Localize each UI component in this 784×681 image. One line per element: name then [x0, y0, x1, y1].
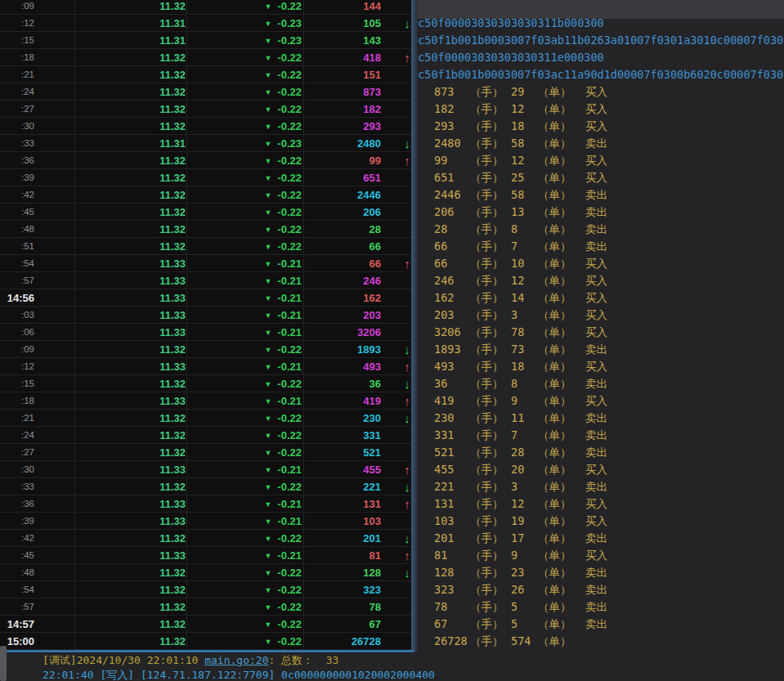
tick-change: ▼-0.22: [186, 618, 303, 630]
trade-qty: 323: [434, 581, 454, 598]
tick-row[interactable]: :3311.31▼-0.232480↓: [0, 135, 414, 152]
tick-row[interactable]: :3611.32▼-0.2299↑: [0, 152, 414, 169]
tick-price: 11.32: [74, 412, 186, 424]
tick-time: :39: [0, 172, 74, 182]
tick-row[interactable]: 14:5711.32▼-0.2267: [0, 616, 414, 633]
tick-row[interactable]: :5411.33▼-0.2166↑: [0, 255, 414, 272]
tick-row[interactable]: :0311.33▼-0.21203: [0, 307, 414, 324]
trade-qty: 103: [434, 513, 454, 530]
tick-change-value: -0.21: [277, 292, 302, 304]
trade-orders-unit: （单）: [538, 186, 571, 204]
tick-row[interactable]: :5111.32▼-0.2266: [0, 238, 414, 255]
trade-lots-unit: （手）: [470, 152, 504, 169]
trade-lots-unit: （手）: [470, 341, 504, 358]
tick-change-value: -0.21: [277, 515, 302, 527]
tick-row[interactable]: :3611.33▼-0.21131↑: [0, 495, 414, 513]
tick-row[interactable]: :3311.32▼-0.22221↓: [0, 478, 414, 495]
trade-orders-unit: （单）: [538, 238, 571, 255]
tick-row[interactable]: :1211.31▼-0.23105↓: [0, 15, 414, 32]
tick-change-value: -0.23: [277, 137, 302, 150]
tick-change: ▼-0.22: [186, 378, 303, 390]
log-source-link[interactable]: main.go:20: [204, 654, 268, 666]
tick-row[interactable]: :5711.33▼-0.21246: [0, 272, 414, 289]
tick-price: 11.32: [74, 223, 186, 235]
tick-row[interactable]: :3011.32▼-0.22293: [0, 118, 414, 135]
tick-row[interactable]: :1811.33▼-0.21419↑: [0, 392, 414, 410]
down-triangle-icon: ▼: [264, 105, 271, 114]
trade-qty: 162: [434, 289, 454, 307]
tick-row[interactable]: :2411.32▼-0.22331: [0, 427, 414, 444]
tick-row[interactable]: :1811.32▼-0.22418↑: [0, 49, 414, 66]
tick-change: ▼-0.21: [186, 498, 303, 510]
tick-change: ▼-0.21: [186, 515, 303, 527]
tick-volume: 105: [303, 17, 397, 29]
tick-time: :18: [0, 396, 74, 405]
tick-row[interactable]: :2711.32▼-0.22182: [0, 101, 414, 118]
down-triangle-icon: ▼: [264, 311, 271, 320]
down-triangle-icon: ▼: [264, 2, 271, 11]
tick-change-value: -0.22: [277, 172, 302, 184]
tick-row[interactable]: :4811.32▼-0.2228: [0, 221, 414, 238]
tick-change-value: -0.22: [277, 103, 302, 115]
tick-change: ▼-0.22: [186, 584, 303, 596]
trade-order-count: 28: [511, 444, 524, 461]
down-triangle-icon: ▼: [264, 191, 271, 199]
tick-volume: 651: [303, 172, 397, 184]
trade-qty: 230: [434, 410, 454, 427]
tick-row[interactable]: :0911.32▼-0.22144: [0, 0, 414, 15]
tick-row[interactable]: :4211.32▼-0.222446: [0, 186, 414, 204]
tick-row[interactable]: :1511.32▼-0.2236↓: [0, 375, 414, 392]
tick-volume: 182: [303, 103, 397, 115]
tick-rows: :0911.32▼-0.22144:1211.31▼-0.23105↓:1511…: [0, 0, 414, 650]
tick-price: 11.33: [74, 258, 186, 270]
tick-row[interactable]: :4511.32▼-0.22206: [0, 204, 414, 221]
tick-price: 11.32: [74, 120, 186, 132]
tick-row[interactable]: :5411.32▼-0.22323: [0, 581, 414, 598]
tick-row[interactable]: :0911.32▼-0.221893↓: [0, 341, 414, 358]
tick-row[interactable]: 14:5611.33▼-0.21162: [0, 289, 414, 307]
trade-side: 卖出: [585, 410, 607, 427]
trade-orders-unit: （单）: [538, 324, 571, 341]
trade-lots-unit: （手）: [470, 221, 504, 238]
tick-change: ▼-0.21: [186, 258, 303, 270]
tick-row[interactable]: :0611.33▼-0.213206: [0, 324, 414, 341]
trade-lots-unit: （手）: [470, 495, 504, 513]
tick-row[interactable]: :4811.32▼-0.22128↓: [0, 564, 414, 581]
trade-side: 买入: [585, 495, 607, 513]
tick-price: 11.33: [74, 275, 186, 287]
tick-row[interactable]: :2411.32▼-0.22873: [0, 83, 414, 101]
tick-row[interactable]: :3911.32▼-0.22651: [0, 169, 414, 186]
tick-volume: 143: [303, 34, 397, 47]
tick-row[interactable]: :4211.32▼-0.22201↓: [0, 530, 414, 547]
down-triangle-icon: ▼: [264, 20, 271, 28]
console-left-scrollbar[interactable]: [0, 646, 7, 681]
trade-side: 买入: [585, 289, 607, 307]
tick-row[interactable]: 15:0011.32▼-0.2226728: [0, 633, 414, 650]
tick-row[interactable]: :3011.33▼-0.21455↑: [0, 461, 414, 478]
trade-side: 买入: [585, 152, 607, 169]
tick-row[interactable]: :2111.32▼-0.22151: [0, 66, 414, 83]
tick-price: 11.32: [74, 343, 186, 356]
tick-row[interactable]: :2711.32▼-0.22521: [0, 444, 414, 461]
trade-qty: 293: [434, 118, 454, 135]
tick-row[interactable]: :3911.33▼-0.21103: [0, 513, 414, 530]
tick-panel-right-scrollbar[interactable]: [411, 0, 418, 652]
tick-row[interactable]: :2111.32▼-0.22230↓: [0, 410, 414, 427]
tick-change-value: -0.21: [277, 326, 302, 338]
trade-order-count: 10: [511, 255, 524, 272]
trade-orders-unit: （单）: [538, 341, 571, 358]
down-triangle-icon: ▼: [264, 226, 271, 234]
tick-time: :06: [0, 327, 74, 337]
down-triangle-icon: ▼: [264, 449, 271, 457]
tick-row[interactable]: :5711.32▼-0.2278: [0, 598, 414, 616]
tick-price: 11.32: [74, 446, 186, 459]
trade-qty: 521: [434, 444, 454, 461]
tick-row[interactable]: :1511.31▼-0.23143: [0, 32, 414, 49]
tick-row[interactable]: :1211.33▼-0.21493↑: [0, 358, 414, 375]
trade-qty: 246: [434, 272, 454, 289]
tick-row[interactable]: :4511.33▼-0.2181↑: [0, 547, 414, 564]
trade-orders-unit: （单）: [538, 307, 571, 324]
down-triangle-icon: ▼: [264, 397, 271, 405]
tick-volume: 103: [303, 515, 397, 527]
trade-side: 买入: [585, 101, 607, 118]
